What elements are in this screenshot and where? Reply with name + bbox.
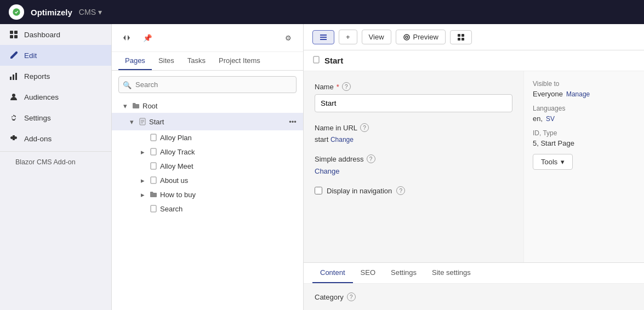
- url-change-link[interactable]: Change: [330, 136, 354, 143]
- panel-toolbar: 📌 ⚙: [112, 24, 303, 52]
- url-field-group: Name in URL ? start Change: [315, 123, 512, 143]
- name-label: Name * ?: [315, 82, 512, 91]
- simple-address-help-icon[interactable]: ?: [367, 154, 375, 163]
- about-us-expand[interactable]: ▸: [138, 176, 147, 185]
- svg-rect-15: [151, 163, 156, 169]
- edit-icon: [9, 50, 19, 60]
- svg-rect-25: [458, 38, 460, 41]
- svg-rect-23: [458, 34, 460, 37]
- bottom-tabs: Content SEO Settings Site settings: [304, 262, 644, 283]
- page-icon: [149, 147, 158, 156]
- person-icon: [9, 92, 19, 102]
- form-main: Name * ? Name in URL ? start Change: [304, 71, 523, 262]
- tree-about-us[interactable]: ▸ About us: [112, 173, 303, 187]
- tree-search[interactable]: ▸ Search: [112, 202, 303, 216]
- alloy-track-expand[interactable]: ▸: [138, 147, 147, 156]
- collapse-button[interactable]: [118, 30, 135, 46]
- sidebar-addon-blazor[interactable]: Blazor CMS Add-on: [0, 154, 111, 170]
- url-label: Name in URL ?: [315, 123, 512, 132]
- search-input[interactable]: [118, 76, 297, 93]
- gear-icon: [9, 113, 19, 123]
- tools-button[interactable]: Tools ▾: [533, 154, 573, 170]
- category-label: Category: [315, 293, 344, 301]
- sidebar-item-dashboard[interactable]: Dashboard: [0, 24, 111, 45]
- page-icon: [138, 117, 147, 126]
- tree-alloy-plan[interactable]: ▸ Alloy Plan: [112, 130, 303, 145]
- add-button[interactable]: +: [339, 30, 357, 44]
- svg-rect-4: [14, 35, 18, 38]
- settings-button[interactable]: ⚙: [280, 30, 297, 46]
- svg-rect-14: [151, 148, 156, 155]
- start-expand-icon[interactable]: ▾: [127, 117, 136, 126]
- display-nav-help-icon[interactable]: ?: [396, 186, 405, 195]
- pin-button[interactable]: 📌: [139, 30, 156, 46]
- page-header-icon: [312, 56, 320, 65]
- display-nav-checkbox[interactable]: [315, 187, 322, 194]
- manage-link[interactable]: Manage: [566, 90, 590, 98]
- start-more-icon[interactable]: •••: [287, 116, 299, 128]
- tab-sites[interactable]: Sites: [152, 52, 181, 70]
- svg-rect-18: [320, 35, 327, 36]
- visible-to-value: Everyone Manage: [533, 90, 635, 98]
- tree-root[interactable]: ▾ Root: [112, 99, 303, 113]
- id-type-label: ID, Type: [533, 129, 635, 137]
- view-button[interactable]: View: [362, 30, 391, 44]
- sv-link[interactable]: SV: [546, 115, 555, 123]
- url-help-icon[interactable]: ?: [360, 123, 369, 132]
- tree-alloy-track[interactable]: ▸ Alloy Track: [112, 145, 303, 159]
- svg-rect-10: [141, 120, 144, 120]
- tab-settings[interactable]: Settings: [383, 263, 424, 283]
- sidebar-item-settings[interactable]: Settings: [0, 107, 111, 128]
- url-display: start Change: [315, 135, 512, 143]
- tab-tasks[interactable]: Tasks: [181, 52, 212, 70]
- svg-rect-5: [10, 77, 12, 80]
- media-button[interactable]: [450, 30, 472, 44]
- brand-name: Optimizely: [31, 8, 72, 17]
- form-body: Name * ? Name in URL ? start Change: [304, 71, 644, 262]
- svg-point-21: [404, 35, 409, 40]
- tab-content[interactable]: Content: [312, 263, 353, 283]
- tree-alloy-meet[interactable]: ▸ Alloy Meet: [112, 159, 303, 173]
- name-help-icon[interactable]: ?: [342, 82, 351, 91]
- sidebar-item-reports[interactable]: Reports: [0, 66, 111, 87]
- tab-pages[interactable]: Pages: [118, 52, 152, 70]
- topbar: Optimizely CMS ▾: [0, 0, 644, 24]
- file-tree: ▾ Root ▾ Start ••• ▸ Al: [112, 99, 303, 310]
- category-help-icon[interactable]: ?: [347, 292, 356, 301]
- sidebar-item-edit[interactable]: Edit: [0, 45, 111, 66]
- simple-address-change-link[interactable]: Change: [315, 167, 340, 175]
- preview-button[interactable]: Preview: [396, 30, 446, 44]
- page-icon: [149, 133, 158, 142]
- tab-site-settings[interactable]: Site settings: [424, 263, 478, 283]
- search-icon: 🔍: [123, 81, 132, 89]
- tree-start[interactable]: ▾ Start •••: [112, 113, 303, 130]
- tools-chevron-icon: ▾: [561, 158, 565, 166]
- tab-project-items[interactable]: Project Items: [212, 52, 267, 70]
- svg-rect-13: [151, 134, 156, 141]
- svg-rect-16: [151, 177, 156, 183]
- grid-icon: [9, 30, 19, 39]
- cms-dropdown[interactable]: CMS ▾: [79, 8, 102, 16]
- svg-point-22: [406, 36, 408, 38]
- list-view-button[interactable]: [312, 30, 334, 44]
- tree-how-to-buy[interactable]: ▸ How to buy: [112, 187, 303, 202]
- sidebar-item-addons[interactable]: Add-ons: [0, 128, 111, 149]
- tab-seo[interactable]: SEO: [353, 263, 383, 283]
- page-icon: [149, 204, 158, 213]
- right-toolbar: + View Preview: [304, 24, 644, 50]
- sidebar-item-audiences[interactable]: Audiences: [0, 87, 111, 107]
- languages-value: en, SV: [533, 114, 635, 123]
- svg-point-0: [13, 8, 20, 15]
- languages-label: Languages: [533, 105, 635, 112]
- page-title: Start: [324, 56, 343, 65]
- category-section: Category ?: [304, 283, 644, 310]
- root-expand-icon[interactable]: ▾: [121, 101, 129, 110]
- svg-rect-26: [461, 38, 464, 41]
- bar-chart-icon: [9, 71, 19, 81]
- right-panel: + View Preview Start: [304, 24, 644, 310]
- svg-rect-19: [320, 37, 327, 38]
- svg-rect-11: [141, 122, 144, 122]
- puzzle-icon: [9, 134, 19, 143]
- name-input[interactable]: [315, 94, 512, 112]
- how-to-buy-expand[interactable]: ▸: [138, 190, 147, 199]
